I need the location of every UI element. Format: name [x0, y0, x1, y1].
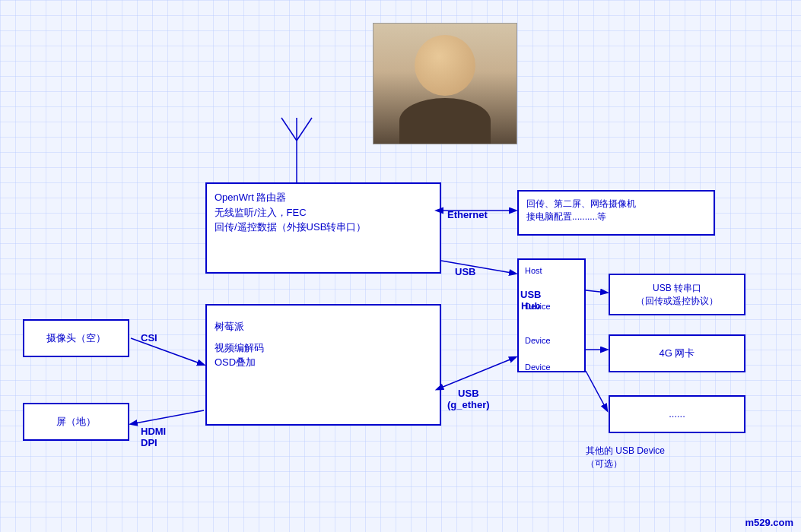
svg-line-1	[281, 118, 297, 141]
hub-host-label: Host	[525, 266, 542, 275]
raspberry-box: 树莓派 视频编解码 OSD叠加	[205, 304, 441, 426]
svg-line-5	[441, 261, 516, 274]
ethernet-label: Ethernet	[447, 209, 488, 220]
person-photo	[373, 24, 517, 144]
router-line2: 无线监听/注入，FEC	[215, 205, 432, 220]
hub-device2-label: Device	[525, 336, 551, 345]
usb-serial-line1: USB 转串口	[636, 282, 718, 295]
diagram: OpenWrt 路由器 无线监听/注入，FEC 回传/遥控数据（外接USB转串口…	[0, 0, 801, 532]
router-box: OpenWrt 路由器 无线监听/注入，FEC 回传/遥控数据（外接USB转串口…	[205, 182, 441, 274]
router-line1: OpenWrt 路由器	[215, 190, 432, 205]
usb-other-description: 其他的 USB Device （可选）	[586, 445, 665, 470]
usb-serial-box: USB 转串口 （回传或遥控协议）	[609, 274, 745, 315]
usb-other-desc-line2: （可选）	[586, 458, 665, 470]
svg-line-3	[297, 118, 312, 141]
ethernet-line1: 回传、第二屏、网络摄像机	[526, 198, 706, 211]
svg-line-11	[131, 410, 204, 424]
router-line3: 回传/遥控数据（外接USB转串口）	[215, 220, 432, 235]
svg-line-6	[586, 290, 607, 293]
usb-serial-line2: （回传或遥控协议）	[636, 295, 718, 308]
hub-device3-label: Device	[525, 363, 551, 372]
usb-4g-box: 4G 网卡	[609, 334, 745, 372]
usb-bottom-label: USB (g_ether)	[447, 388, 490, 410]
csi-label: CSI	[141, 332, 157, 344]
svg-line-9	[441, 357, 516, 388]
screen-label: 屏（地）	[56, 414, 96, 429]
screen-box: 屏（地）	[23, 403, 129, 441]
usb-top-label: USB	[455, 266, 475, 277]
usb-4g-label: 4G 网卡	[660, 346, 695, 361]
hdmi-label: HDMI DPI	[141, 426, 166, 448]
usb-hub-line1: USB	[520, 289, 541, 300]
usb-other-box: ......	[609, 395, 745, 433]
ethernet-right-box: 回传、第二屏、网络摄像机 接电脑配置..........等	[517, 190, 715, 236]
usb-other-desc-line1: 其他的 USB Device	[586, 445, 665, 458]
watermark: m529.com	[745, 517, 793, 528]
ethernet-line2: 接电脑配置..........等	[526, 211, 706, 223]
raspberry-line2: 视频编解码	[215, 340, 432, 356]
usb-hub-box: Host Device Device Device	[517, 258, 586, 372]
camera-label: 摄像头（空）	[46, 331, 106, 346]
photo-box	[373, 23, 517, 144]
usb-other-label: ......	[669, 407, 685, 422]
usb-hub-line2: Hub	[521, 300, 540, 312]
camera-box: 摄像头（空）	[23, 319, 129, 357]
raspberry-line1: 树莓派	[215, 319, 432, 334]
svg-line-8	[586, 371, 607, 410]
raspberry-line3: OSD叠加	[215, 355, 432, 370]
usb-hub-text-label: USB Hub	[520, 289, 541, 312]
